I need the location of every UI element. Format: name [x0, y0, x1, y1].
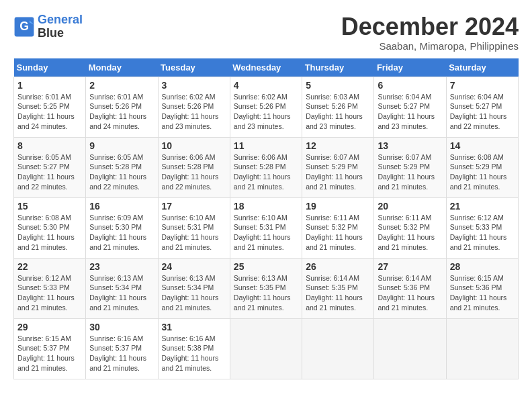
- day-info: Sunrise: 6:13 AM Sunset: 5:34 PM Dayligh…: [162, 273, 226, 313]
- day-info: Sunrise: 6:06 AM Sunset: 5:28 PM Dayligh…: [162, 152, 226, 192]
- day-number: 6: [378, 80, 442, 91]
- day-info: Sunrise: 6:01 AM Sunset: 5:26 PM Dayligh…: [89, 92, 154, 132]
- week-row-5: 29Sunrise: 6:15 AM Sunset: 5:37 PM Dayli…: [14, 318, 519, 379]
- day-number: 4: [234, 80, 298, 91]
- day-cell-18: 18Sunrise: 6:10 AM Sunset: 5:31 PM Dayli…: [230, 197, 302, 258]
- day-info: Sunrise: 6:12 AM Sunset: 5:33 PM Dayligh…: [450, 213, 515, 253]
- day-number: 9: [89, 140, 154, 151]
- day-number: 30: [89, 322, 154, 332]
- title-block: December 2024 Saaban, Mimaropa, Philippi…: [341, 13, 519, 52]
- day-info: Sunrise: 6:05 AM Sunset: 5:28 PM Dayligh…: [89, 152, 154, 192]
- day-number: 17: [162, 201, 226, 212]
- day-number: 14: [450, 140, 515, 151]
- day-number: 20: [378, 201, 442, 212]
- day-number: 8: [17, 140, 82, 151]
- empty-cell: [302, 318, 374, 379]
- day-cell-29: 29Sunrise: 6:15 AM Sunset: 5:37 PM Dayli…: [14, 318, 86, 379]
- day-info: Sunrise: 6:14 AM Sunset: 5:35 PM Dayligh…: [306, 273, 370, 313]
- calendar-header-row: SundayMondayTuesdayWednesdayThursdayFrid…: [14, 58, 519, 77]
- day-cell-3: 3Sunrise: 6:02 AM Sunset: 5:26 PM Daylig…: [158, 77, 230, 137]
- day-cell-30: 30Sunrise: 6:16 AM Sunset: 5:37 PM Dayli…: [86, 318, 158, 379]
- day-number: 12: [306, 140, 370, 151]
- day-cell-12: 12Sunrise: 6:07 AM Sunset: 5:29 PM Dayli…: [302, 137, 374, 197]
- day-info: Sunrise: 6:10 AM Sunset: 5:31 PM Dayligh…: [162, 213, 226, 253]
- day-number: 19: [306, 201, 370, 212]
- day-info: Sunrise: 6:09 AM Sunset: 5:30 PM Dayligh…: [89, 213, 154, 253]
- day-info: Sunrise: 6:01 AM Sunset: 5:25 PM Dayligh…: [17, 92, 82, 132]
- day-info: Sunrise: 6:12 AM Sunset: 5:33 PM Dayligh…: [17, 273, 82, 313]
- day-info: Sunrise: 6:16 AM Sunset: 5:37 PM Dayligh…: [89, 334, 154, 373]
- day-cell-25: 25Sunrise: 6:13 AM Sunset: 5:35 PM Dayli…: [230, 258, 302, 318]
- month-title: December 2024: [341, 13, 519, 40]
- day-number: 22: [17, 261, 82, 272]
- day-cell-10: 10Sunrise: 6:06 AM Sunset: 5:28 PM Dayli…: [158, 137, 230, 197]
- day-header-saturday: Saturday: [446, 58, 518, 77]
- day-number: 23: [89, 261, 154, 272]
- day-info: Sunrise: 6:07 AM Sunset: 5:29 PM Dayligh…: [306, 152, 370, 192]
- day-info: Sunrise: 6:02 AM Sunset: 5:26 PM Dayligh…: [234, 92, 298, 132]
- day-info: Sunrise: 6:10 AM Sunset: 5:31 PM Dayligh…: [234, 213, 298, 253]
- day-cell-1: 1Sunrise: 6:01 AM Sunset: 5:25 PM Daylig…: [14, 77, 86, 137]
- day-cell-24: 24Sunrise: 6:13 AM Sunset: 5:34 PM Dayli…: [158, 258, 230, 318]
- day-cell-14: 14Sunrise: 6:08 AM Sunset: 5:29 PM Dayli…: [446, 137, 518, 197]
- day-number: 11: [234, 140, 298, 151]
- day-cell-7: 7Sunrise: 6:04 AM Sunset: 5:27 PM Daylig…: [446, 77, 518, 137]
- empty-cell: [230, 318, 302, 379]
- day-number: 15: [17, 201, 82, 212]
- day-cell-26: 26Sunrise: 6:14 AM Sunset: 5:35 PM Dayli…: [302, 258, 374, 318]
- day-number: 3: [162, 80, 226, 91]
- day-info: Sunrise: 6:08 AM Sunset: 5:30 PM Dayligh…: [17, 213, 82, 253]
- day-cell-28: 28Sunrise: 6:15 AM Sunset: 5:36 PM Dayli…: [446, 258, 518, 318]
- day-info: Sunrise: 6:15 AM Sunset: 5:36 PM Dayligh…: [450, 273, 515, 313]
- week-row-1: 1Sunrise: 6:01 AM Sunset: 5:25 PM Daylig…: [14, 77, 519, 137]
- day-info: Sunrise: 6:07 AM Sunset: 5:29 PM Dayligh…: [378, 152, 442, 192]
- day-cell-16: 16Sunrise: 6:09 AM Sunset: 5:30 PM Dayli…: [86, 197, 158, 258]
- day-header-thursday: Thursday: [302, 58, 374, 77]
- page-header: G General Blue December 2024 Saaban, Mim…: [13, 13, 519, 52]
- day-number: 1: [17, 80, 82, 91]
- day-header-monday: Monday: [86, 58, 158, 77]
- day-header-sunday: Sunday: [14, 58, 86, 77]
- day-info: Sunrise: 6:05 AM Sunset: 5:27 PM Dayligh…: [17, 152, 82, 192]
- day-number: 16: [89, 201, 154, 212]
- location-subtitle: Saaban, Mimaropa, Philippines: [341, 40, 519, 52]
- empty-cell: [374, 318, 446, 379]
- day-number: 21: [450, 201, 515, 212]
- day-info: Sunrise: 6:13 AM Sunset: 5:35 PM Dayligh…: [234, 273, 298, 313]
- day-header-wednesday: Wednesday: [230, 58, 302, 77]
- day-number: 27: [378, 261, 442, 272]
- day-info: Sunrise: 6:16 AM Sunset: 5:38 PM Dayligh…: [162, 334, 226, 373]
- day-cell-5: 5Sunrise: 6:03 AM Sunset: 5:26 PM Daylig…: [302, 77, 374, 137]
- day-info: Sunrise: 6:14 AM Sunset: 5:36 PM Dayligh…: [378, 273, 442, 313]
- day-number: 5: [306, 80, 370, 91]
- day-number: 31: [162, 322, 226, 332]
- day-info: Sunrise: 6:02 AM Sunset: 5:26 PM Dayligh…: [162, 92, 226, 132]
- day-info: Sunrise: 6:15 AM Sunset: 5:37 PM Dayligh…: [17, 334, 82, 373]
- logo-icon: G: [13, 16, 35, 38]
- day-number: 29: [17, 322, 82, 332]
- day-cell-4: 4Sunrise: 6:02 AM Sunset: 5:26 PM Daylig…: [230, 77, 302, 137]
- day-number: 26: [306, 261, 370, 272]
- day-cell-21: 21Sunrise: 6:12 AM Sunset: 5:33 PM Dayli…: [446, 197, 518, 258]
- day-number: 13: [378, 140, 442, 151]
- day-info: Sunrise: 6:08 AM Sunset: 5:29 PM Dayligh…: [450, 152, 515, 192]
- day-header-tuesday: Tuesday: [158, 58, 230, 77]
- calendar-table: SundayMondayTuesdayWednesdayThursdayFrid…: [13, 58, 519, 379]
- day-number: 18: [234, 201, 298, 212]
- day-info: Sunrise: 6:04 AM Sunset: 5:27 PM Dayligh…: [450, 92, 515, 132]
- day-info: Sunrise: 6:13 AM Sunset: 5:34 PM Dayligh…: [89, 273, 154, 313]
- day-cell-2: 2Sunrise: 6:01 AM Sunset: 5:26 PM Daylig…: [86, 77, 158, 137]
- day-cell-11: 11Sunrise: 6:06 AM Sunset: 5:28 PM Dayli…: [230, 137, 302, 197]
- day-number: 7: [450, 80, 515, 91]
- empty-cell: [446, 318, 518, 379]
- day-cell-31: 31Sunrise: 6:16 AM Sunset: 5:38 PM Dayli…: [158, 318, 230, 379]
- day-number: 25: [234, 261, 298, 272]
- day-cell-19: 19Sunrise: 6:11 AM Sunset: 5:32 PM Dayli…: [302, 197, 374, 258]
- day-cell-23: 23Sunrise: 6:13 AM Sunset: 5:34 PM Dayli…: [86, 258, 158, 318]
- day-number: 10: [162, 140, 226, 151]
- week-row-4: 22Sunrise: 6:12 AM Sunset: 5:33 PM Dayli…: [14, 258, 519, 318]
- week-row-3: 15Sunrise: 6:08 AM Sunset: 5:30 PM Dayli…: [14, 197, 519, 258]
- day-number: 2: [89, 80, 154, 91]
- day-number: 28: [450, 261, 515, 272]
- day-cell-13: 13Sunrise: 6:07 AM Sunset: 5:29 PM Dayli…: [374, 137, 446, 197]
